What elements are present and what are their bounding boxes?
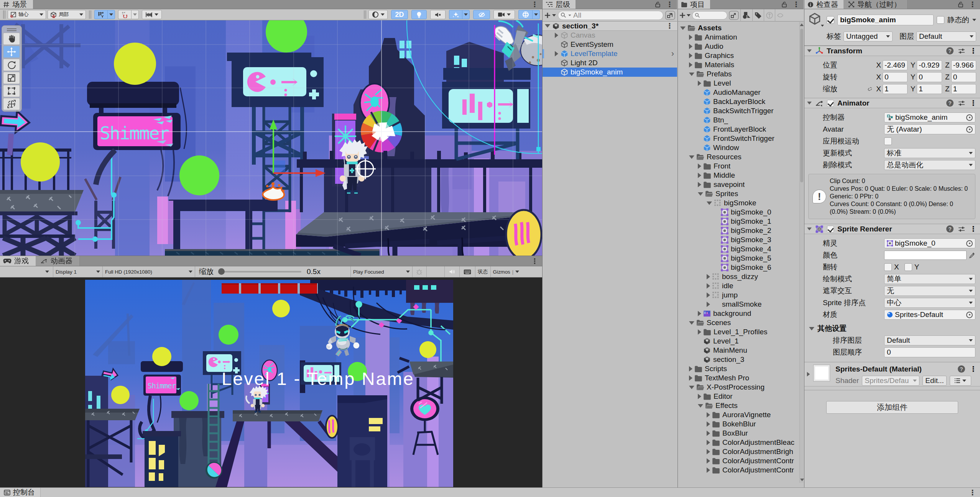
project-item-BackLayerBlock[interactable]: BackLayerBlock bbox=[678, 97, 804, 106]
transform-2-y[interactable]: 1 bbox=[917, 84, 942, 94]
foldout-arrow-icon[interactable] bbox=[689, 155, 694, 159]
material-picker-icon[interactable] bbox=[966, 312, 973, 318]
project-item-AuroraVignette[interactable]: AuroraVignette bbox=[678, 410, 804, 419]
transform-header[interactable]: Transform ? ⋮ bbox=[804, 46, 980, 56]
project-item-Level[interactable]: Level bbox=[678, 79, 804, 88]
palette-drag-handle[interactable] bbox=[3, 27, 20, 32]
play-mode-select[interactable]: Play Focused bbox=[351, 267, 412, 276]
scene-toolbar-grip[interactable] bbox=[3, 10, 5, 19]
foldout-arrow-icon[interactable] bbox=[698, 192, 703, 196]
flip-y-checkbox[interactable] bbox=[904, 263, 912, 271]
project-item-BackSwitchTrigger[interactable]: BackSwitchTrigger bbox=[678, 106, 804, 116]
transform-1-x[interactable]: 0 bbox=[883, 72, 908, 82]
project-item-bigSmoke_3[interactable]: bigSmoke_3 bbox=[678, 235, 804, 244]
prefab-open-arrow[interactable]: › bbox=[671, 50, 674, 58]
project-item-jump[interactable]: jump bbox=[678, 291, 804, 300]
inspector-kebab-icon[interactable]: ⋮ bbox=[969, 0, 976, 9]
project-item-smallSmoke[interactable]: smallSmoke bbox=[678, 300, 804, 309]
project-item-bigSmoke_4[interactable]: bigSmoke_4 bbox=[678, 244, 804, 254]
sprite-field[interactable]: bigSmoke_0 bbox=[884, 238, 975, 248]
animator-help-icon[interactable]: ? bbox=[946, 99, 954, 107]
gameobject-icon[interactable] bbox=[808, 12, 824, 28]
increment-snap-button[interactable] bbox=[118, 10, 131, 19]
controller-picker-icon[interactable] bbox=[966, 114, 973, 121]
scroll-thumb[interactable] bbox=[800, 29, 803, 182]
foldout-arrow-icon[interactable] bbox=[689, 35, 692, 40]
transform-presets-icon[interactable] bbox=[958, 48, 965, 54]
project-lock-icon[interactable] bbox=[781, 1, 787, 8]
foldout-arrow-icon[interactable] bbox=[698, 163, 701, 169]
hierarchy-add-button[interactable] bbox=[544, 12, 556, 18]
active-checkbox[interactable] bbox=[827, 16, 834, 24]
material-foldout[interactable] bbox=[807, 372, 810, 376]
shading-mode-button[interactable] bbox=[368, 10, 388, 19]
project-item-ColorAdjustmentBrigh[interactable]: ColorAdjustmentBrigh bbox=[678, 447, 804, 456]
scene-visibility-button[interactable] bbox=[473, 10, 490, 19]
transform-1-z[interactable]: 0 bbox=[951, 72, 976, 82]
effects-button[interactable] bbox=[449, 10, 462, 19]
foldout-arrow-icon[interactable] bbox=[707, 292, 710, 298]
sprite-renderer-help-icon[interactable]: ? bbox=[946, 225, 954, 233]
foldout-arrow-icon[interactable] bbox=[707, 201, 712, 205]
foldout-arrow-icon[interactable] bbox=[680, 26, 686, 30]
controller-field[interactable]: bigSmoke_anim bbox=[884, 112, 975, 122]
effects-caret[interactable] bbox=[462, 10, 470, 19]
foldout-arrow-icon[interactable] bbox=[698, 173, 701, 178]
hierarchy-scene-row[interactable]: section_3* ⋮ bbox=[543, 21, 677, 31]
console-kebab-icon[interactable]: ⋮ bbox=[965, 488, 980, 497]
display-select[interactable]: Display 1 bbox=[53, 267, 102, 276]
transform-2-x[interactable]: 1 bbox=[883, 84, 908, 94]
project-item-MainMenu[interactable]: MainMenu bbox=[678, 346, 804, 355]
hierarchy-item-Light 2D[interactable]: Light 2D bbox=[543, 58, 677, 68]
project-item-idle[interactable]: idle bbox=[678, 281, 804, 291]
project-item-Btn_[interactable]: Btn_ bbox=[678, 116, 804, 125]
hand-tool[interactable] bbox=[3, 33, 20, 45]
tab-console[interactable]: 控制台 bbox=[0, 488, 41, 497]
rotate-tool[interactable] bbox=[3, 59, 20, 71]
resolution-select[interactable]: Full HD (1920x1080) bbox=[103, 267, 195, 276]
filter-label-icon[interactable] bbox=[754, 12, 762, 19]
project-item-Editor[interactable]: Editor bbox=[678, 392, 804, 401]
project-item-Materials[interactable]: Materials bbox=[678, 60, 804, 69]
foldout-arrow-icon[interactable] bbox=[689, 62, 692, 68]
project-item-Resources[interactable]: Resources bbox=[678, 152, 804, 162]
debug-button[interactable] bbox=[413, 267, 426, 276]
animator-enabled-checkbox[interactable] bbox=[827, 100, 834, 107]
project-item-Level_1[interactable]: Level_1 bbox=[678, 337, 804, 346]
stats-button[interactable]: 状态 bbox=[475, 267, 490, 276]
material-help-icon[interactable]: ? bbox=[958, 365, 965, 373]
root-motion-checkbox[interactable] bbox=[884, 137, 892, 145]
order-field[interactable]: 0 bbox=[884, 347, 975, 357]
foldout-arrow-icon[interactable] bbox=[698, 329, 701, 335]
gizmos-toggle-button[interactable] bbox=[518, 10, 532, 19]
foldout-arrow-icon[interactable] bbox=[707, 467, 710, 473]
transform-0-z[interactable]: -9.966 bbox=[951, 60, 976, 70]
move-tool[interactable] bbox=[3, 46, 20, 58]
project-item-Scenes[interactable]: Scenes bbox=[678, 318, 804, 327]
animator-kebab-icon[interactable]: ⋮ bbox=[970, 99, 977, 107]
project-item-Front[interactable]: Front bbox=[678, 162, 804, 171]
project-item-Assets[interactable]: Assets bbox=[678, 23, 804, 33]
transform-foldout[interactable] bbox=[807, 50, 812, 53]
avatar-picker-icon[interactable] bbox=[966, 126, 973, 133]
tab-navigation[interactable]: 导航（过时） bbox=[844, 0, 908, 9]
scene-foldout-icon[interactable] bbox=[545, 24, 550, 28]
foldout-arrow-icon[interactable] bbox=[689, 386, 694, 389]
project-item-Audio[interactable]: Audio bbox=[678, 42, 804, 51]
measure-button[interactable] bbox=[142, 10, 162, 19]
foldout-arrow-icon[interactable] bbox=[707, 421, 710, 427]
project-item-FrontSwitchTrigger[interactable]: FrontSwitchTrigger bbox=[678, 134, 804, 143]
sort-point-dropdown[interactable]: 中心 bbox=[884, 298, 975, 308]
lighting-button[interactable] bbox=[411, 10, 427, 19]
vsync-keyboard-button[interactable] bbox=[460, 267, 475, 276]
project-item-bigSmoke_1[interactable]: bigSmoke_1 bbox=[678, 217, 804, 226]
zoom-slider-handle[interactable] bbox=[218, 268, 225, 275]
project-scrollbar[interactable] bbox=[799, 22, 804, 483]
project-add-button[interactable] bbox=[679, 12, 691, 18]
filter-type-icon[interactable] bbox=[742, 12, 751, 19]
project-item-Effects[interactable]: Effects bbox=[678, 401, 804, 410]
scene-row-kebab-icon[interactable]: ⋮ bbox=[666, 21, 673, 30]
culling-dropdown[interactable]: 总是动画化 bbox=[884, 160, 975, 170]
project-kebab-icon[interactable]: ⋮ bbox=[793, 0, 800, 9]
favorites-icon[interactable] bbox=[766, 12, 773, 19]
